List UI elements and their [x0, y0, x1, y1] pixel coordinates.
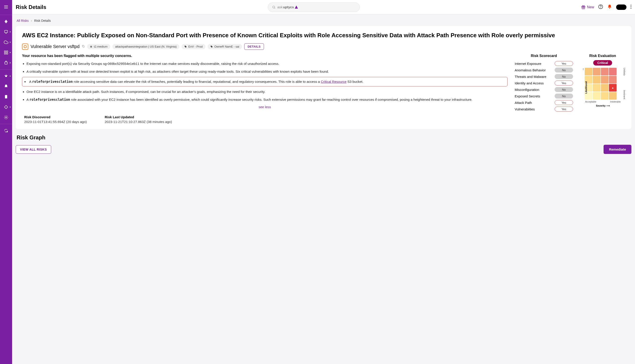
risk-discovered: Risk Discovered 2023-11-01T13:41:55.694Z… — [24, 115, 87, 124]
svg-point-22 — [272, 6, 274, 8]
svg-rect-33 — [83, 46, 84, 47]
header: Risk Details ask uptycs New — [12, 0, 635, 14]
nav-apps[interactable] — [0, 48, 12, 57]
breadcrumb: All Risks › Risk Details — [16, 19, 632, 22]
svg-point-31 — [630, 6, 632, 7]
score-row: Exposed SecretsNo — [515, 94, 573, 98]
svg-rect-35 — [91, 46, 92, 47]
risk-title: AWS EC2 Instance: Publicly Exposed on No… — [22, 32, 625, 39]
score-row: Identity and AccessYes — [515, 80, 573, 86]
critical-badge: Critical — [593, 60, 612, 66]
more-menu[interactable] — [630, 5, 632, 10]
hamburger-menu[interactable] — [1, 2, 11, 13]
nav-cloud[interactable] — [0, 38, 12, 47]
svg-point-15 — [5, 106, 8, 108]
nav-bugs[interactable] — [0, 71, 12, 81]
score-pill: No — [555, 74, 573, 79]
help-button[interactable] — [598, 4, 603, 10]
instance-type-chip: t2.medium — [87, 44, 110, 49]
nav-packages[interactable] — [0, 58, 12, 68]
svg-point-20 — [6, 117, 7, 118]
score-row: VulnerabiitiesYes — [515, 106, 573, 112]
sidebar — [0, 0, 12, 364]
remediate-button[interactable]: Remediate — [604, 145, 632, 154]
score-row: Attack PathYes — [515, 100, 573, 105]
breadcrumb-current: Risk Details — [34, 19, 51, 22]
svg-rect-3 — [4, 30, 8, 32]
search-icon — [272, 6, 276, 9]
see-less-toggle[interactable]: see less — [22, 105, 508, 109]
nav-reports[interactable] — [0, 92, 12, 102]
svg-rect-5 — [4, 51, 6, 52]
profile-menu[interactable] — [616, 4, 626, 10]
details-button[interactable]: DETAILS — [244, 43, 264, 50]
resource-name: Vulnerable Server vsftpd — [30, 44, 80, 49]
score-pill: No — [555, 68, 573, 72]
notifications-button[interactable] — [607, 4, 612, 10]
score-row: Anomalous BehaviorNo — [515, 68, 573, 72]
svg-rect-7 — [4, 53, 6, 54]
risk-description: Your resource has been flagged with mult… — [22, 54, 508, 124]
svg-rect-34 — [90, 46, 92, 47]
cpu-icon — [90, 45, 92, 48]
score-pill: No — [555, 87, 573, 92]
bullet-1: Exposing non-standard port(s) via Securi… — [26, 61, 508, 66]
bullet-4: One EC2 instance is on a identifiable at… — [26, 89, 508, 94]
score-pill: Yes — [555, 61, 573, 66]
bullet-5: A roleforprivesclation role associated w… — [26, 97, 508, 102]
bullet-2: A critically vulnerable system with at l… — [26, 69, 508, 74]
new-badge[interactable]: New — [581, 5, 594, 10]
risk-card: AWS EC2 Instance: Publicly Exposed on No… — [16, 26, 632, 129]
nav-target[interactable] — [0, 102, 12, 112]
nav-alerts[interactable] — [0, 82, 12, 91]
breadcrumb-parent[interactable]: All Risks — [16, 19, 29, 22]
resource-icon — [22, 44, 28, 50]
tag-env-chip: EnV - Prod — [182, 44, 206, 49]
score-pill: No — [555, 94, 573, 98]
score-row: Threats and MalwareNo — [515, 74, 573, 79]
svg-line-12 — [4, 76, 5, 76]
nav-sync[interactable] — [0, 126, 12, 135]
risk-heatmap — [585, 68, 621, 100]
svg-point-30 — [630, 5, 632, 6]
flag-heading: Your resource has been flagged with mult… — [22, 54, 508, 58]
tag-icon — [210, 45, 213, 48]
nav-logo[interactable] — [0, 17, 12, 26]
critical-resource-link[interactable]: Critical Resource — [321, 80, 346, 84]
svg-rect-6 — [6, 51, 8, 52]
svg-rect-14 — [5, 95, 7, 98]
svg-point-10 — [5, 75, 7, 77]
risk-evaluation: Risk Evaluation Critical Likelihood ↑ Un… — [580, 54, 625, 124]
svg-point-29 — [609, 8, 610, 9]
risk-scorecard: Risk Scorecard Internet ExposureYesAnoma… — [515, 54, 573, 124]
uptycs-logo-icon — [295, 6, 298, 9]
score-pill: Yes — [555, 100, 573, 105]
svg-point-21 — [7, 131, 8, 132]
page-title: Risk Details — [16, 4, 46, 10]
tag-icon — [184, 45, 187, 48]
svg-line-13 — [7, 76, 8, 76]
svg-rect-9 — [5, 62, 8, 64]
risk-graph-title: Risk Graph — [16, 134, 632, 141]
bullet-3-highlighted: A roleforprivesclation role accessing se… — [22, 77, 508, 86]
risk-updated: Risk Last Updated 2023-11-21T21:10:27.86… — [105, 115, 172, 124]
svg-line-23 — [274, 8, 275, 8]
score-row: Internet ExposureYes — [515, 61, 573, 66]
gift-icon — [581, 5, 586, 10]
score-pill: Yes — [555, 80, 573, 86]
search-input[interactable]: ask uptycs — [268, 2, 360, 12]
tag-owner-chip: OwneR NamE - sai — [208, 44, 242, 49]
nav-workloads[interactable] — [0, 27, 12, 36]
svg-rect-8 — [6, 53, 8, 54]
account-region-chip: attackpathawsintegration | US East (N. V… — [112, 44, 179, 49]
svg-point-32 — [630, 8, 632, 9]
copy-button[interactable] — [82, 45, 85, 49]
score-row: MisconfigurationNo — [515, 87, 573, 92]
score-pill: Yes — [555, 106, 573, 112]
nav-settings[interactable] — [0, 113, 12, 122]
view-all-risks-button[interactable]: VIEW ALL RISKS — [16, 145, 51, 154]
